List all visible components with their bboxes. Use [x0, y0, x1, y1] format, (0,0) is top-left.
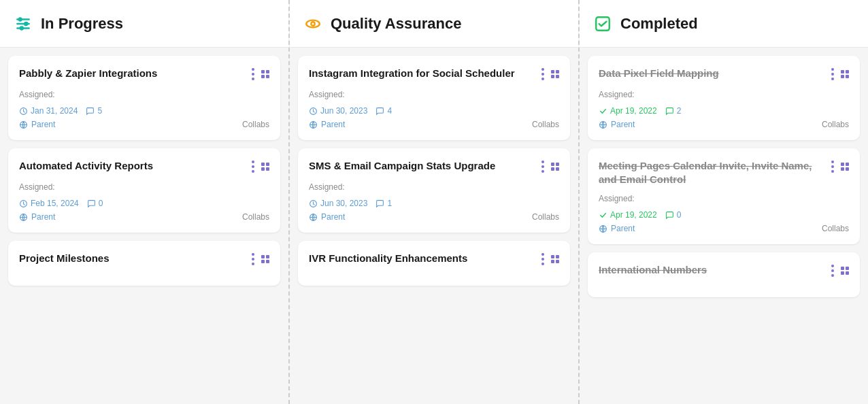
more-options-icon[interactable] — [250, 252, 256, 267]
grid-view-icon[interactable] — [841, 70, 849, 78]
card-meta-card-5: Assigned: Jun 30, 2023 1 — [309, 182, 392, 222]
card-icons-card-7[interactable] — [830, 67, 849, 82]
grid-view-icon[interactable] — [841, 163, 849, 171]
card-icons-card-2[interactable] — [250, 159, 269, 174]
comments-item: 1 — [375, 199, 392, 208]
card-card-8: Meeting Pages Calendar Invite, Invite Na… — [588, 148, 860, 244]
column-body-completed: Data Pixel Field Mapping Assigned: — [580, 48, 868, 404]
card-date: Apr 19, 2022 — [610, 210, 657, 220]
parent-label: Parent — [31, 120, 55, 129]
card-card-7: Data Pixel Field Mapping Assigned: — [588, 56, 860, 140]
grid-view-icon[interactable] — [551, 70, 559, 78]
comments-item: 2 — [665, 106, 682, 116]
card-card-2: Automated Activity Reports Assigned: — [8, 148, 280, 233]
card-title-card-9: International Numbers — [599, 263, 824, 277]
column-title-completed: Completed — [620, 15, 698, 33]
card-title-card-1: Pabbly & Zapier Integrations — [19, 67, 245, 80]
card-title-card-5: SMS & Email Campaign Stats Upgrade — [309, 159, 535, 173]
card-meta-card-1: Assigned: Jan 31, 2024 5 — [19, 90, 102, 129]
parent-label: Parent — [321, 212, 345, 222]
card-header-card-8: Meeting Pages Calendar Invite, Invite Na… — [599, 159, 849, 186]
card-meta-row: Jun 30, 2023 1 — [309, 199, 392, 208]
card-comments: 0 — [677, 210, 682, 220]
collabs-label: Collabs — [822, 120, 849, 129]
card-title-card-6: IVR Functionality Enhancements — [309, 252, 535, 265]
card-title-card-2: Automated Activity Reports — [19, 159, 245, 173]
card-icons-card-3[interactable] — [250, 252, 269, 267]
parent-item[interactable]: Parent — [19, 120, 102, 129]
date-item: Jan 31, 2024 — [19, 106, 78, 116]
collabs-label: Collabs — [532, 120, 559, 129]
card-comments: 4 — [387, 106, 392, 116]
svg-point-4 — [24, 22, 27, 24]
card-date: Jun 30, 2023 — [320, 199, 367, 208]
parent-item[interactable]: Parent — [19, 212, 103, 222]
collabs-label: Collabs — [532, 212, 559, 222]
card-footer-card-5: Assigned: Jun 30, 2023 1 — [309, 182, 559, 222]
parent-item[interactable]: Parent — [309, 120, 392, 129]
card-footer-card-4: Assigned: Jun 30, 2023 4 — [309, 90, 559, 129]
card-date: Feb 15, 2024 — [31, 199, 79, 208]
card-footer-card-8: Assigned: Apr 19, 2022 0 — [599, 194, 849, 233]
card-icons-card-6[interactable] — [540, 252, 559, 267]
more-options-icon[interactable] — [540, 159, 546, 174]
card-meta-row: Jan 31, 2024 5 — [19, 106, 102, 116]
parent-label: Parent — [321, 120, 345, 129]
card-footer-card-1: Assigned: Jan 31, 2024 5 — [19, 90, 269, 129]
more-options-icon[interactable] — [540, 67, 546, 82]
column-body-in-progress: Pabbly & Zapier Integrations Assigned: — [0, 48, 288, 404]
card-header-card-1: Pabbly & Zapier Integrations — [19, 67, 269, 82]
card-icons-card-4[interactable] — [540, 67, 559, 82]
card-footer-card-7: Assigned: Apr 19, 2022 2 — [599, 90, 849, 129]
comments-item: 0 — [87, 199, 103, 208]
grid-view-icon[interactable] — [841, 267, 849, 275]
card-comments: 5 — [97, 106, 102, 116]
card-title-card-4: Instagram Integration for Social Schedul… — [309, 67, 535, 80]
card-date: Jan 31, 2024 — [31, 106, 78, 116]
assigned-label: Assigned: — [599, 194, 681, 203]
more-options-icon[interactable] — [540, 252, 546, 267]
card-date: Apr 19, 2022 — [610, 106, 657, 116]
card-title-card-8: Meeting Pages Calendar Invite, Invite Na… — [599, 159, 824, 186]
card-icons-card-5[interactable] — [540, 159, 559, 174]
card-footer-card-2: Assigned: Feb 15, 2024 0 — [19, 182, 269, 222]
column-header-completed: Completed — [580, 0, 868, 48]
grid-view-icon[interactable] — [261, 163, 269, 171]
card-meta-card-7: Assigned: Apr 19, 2022 2 — [599, 90, 681, 129]
card-meta-row: Feb 15, 2024 0 — [19, 199, 103, 208]
card-header-card-5: SMS & Email Campaign Stats Upgrade — [309, 159, 559, 174]
comments-item: 0 — [665, 210, 682, 220]
grid-view-icon[interactable] — [551, 255, 559, 263]
more-options-icon[interactable] — [250, 67, 256, 82]
parent-label: Parent — [611, 120, 635, 129]
card-card-9: International Numbers — [588, 252, 860, 297]
card-comments: 0 — [99, 199, 103, 208]
more-options-icon[interactable] — [830, 263, 835, 278]
more-options-icon[interactable] — [830, 67, 835, 82]
card-icons-card-8[interactable] — [830, 159, 849, 174]
card-header-card-3: Project Milestones — [19, 252, 269, 267]
card-card-5: SMS & Email Campaign Stats Upgrade Assig… — [298, 148, 570, 233]
collabs-label: Collabs — [822, 224, 849, 233]
more-options-icon[interactable] — [250, 159, 256, 174]
card-icons-card-9[interactable] — [830, 263, 849, 278]
card-header-card-9: International Numbers — [599, 263, 849, 278]
assigned-label: Assigned: — [599, 90, 681, 99]
parent-item[interactable]: Parent — [599, 224, 681, 233]
column-header-in-progress: In Progress — [0, 0, 288, 48]
column-quality-assurance: Quality Assurance Instagram Integration … — [290, 0, 580, 404]
more-options-icon[interactable] — [830, 159, 835, 174]
card-icons-card-1[interactable] — [250, 67, 269, 82]
grid-view-icon[interactable] — [261, 255, 269, 263]
date-item: Apr 19, 2022 — [599, 210, 657, 220]
grid-view-icon[interactable] — [261, 70, 269, 78]
parent-item[interactable]: Parent — [309, 212, 392, 222]
svg-point-13 — [311, 22, 314, 25]
grid-view-icon[interactable] — [551, 163, 559, 171]
column-body-quality-assurance: Instagram Integration for Social Schedul… — [290, 48, 578, 404]
comments-item: 4 — [375, 106, 392, 116]
comments-item: 5 — [86, 106, 102, 116]
parent-item[interactable]: Parent — [599, 120, 681, 129]
card-meta-card-8: Assigned: Apr 19, 2022 0 — [599, 194, 681, 233]
card-meta-card-4: Assigned: Jun 30, 2023 4 — [309, 90, 392, 129]
